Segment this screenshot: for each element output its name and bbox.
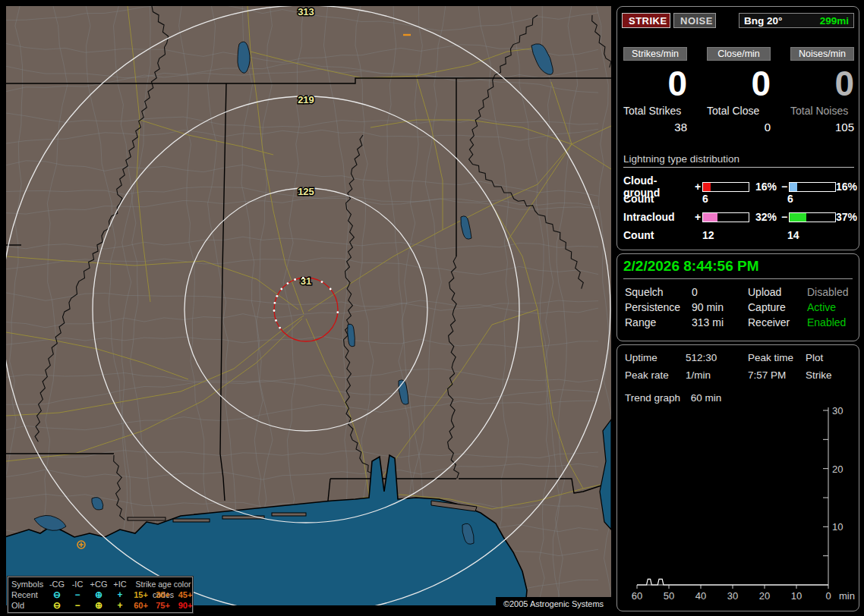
upload-status: Disabled (807, 286, 856, 298)
strikes-counter-column: Strikes/min 0 Total Strikes 38 (623, 47, 687, 134)
age-45-label: 45+ (174, 589, 197, 600)
lightning-type-distribution: Lightning type distribution Cloud-ground… (623, 153, 854, 240)
legend-old-label: Old (11, 600, 46, 611)
old-pos-cg-icon: ⊕ (87, 600, 110, 611)
ic-negative-bar (789, 212, 836, 222)
strike-stats-panel: STRIKE NOISE Bng 20° 299mi Strikes/min 0… (616, 6, 859, 250)
svg-text:30: 30 (832, 405, 843, 416)
range-label: Range (625, 316, 692, 328)
minus-sign: − (780, 181, 789, 193)
svg-text:10: 10 (791, 590, 802, 602)
svg-text:20: 20 (759, 590, 770, 602)
plus-sign: + (693, 181, 702, 193)
svg-text:min: min (839, 590, 855, 602)
age-75-label: 75+ (152, 600, 174, 611)
svg-text:40: 40 (695, 590, 706, 602)
capture-status: Active (807, 301, 856, 313)
ring-label-219: 219 (298, 94, 314, 105)
squelch-value: 0 (692, 286, 748, 298)
datetime-display: 2/2/2026 8:44:56 PM (623, 258, 853, 279)
strikes-per-min-chip: Strikes/min (623, 47, 687, 61)
old-neg-ic-icon: − (68, 600, 87, 611)
total-noises-value: 105 (790, 121, 854, 134)
ic-positive-bar (702, 212, 749, 222)
svg-text:30: 30 (727, 590, 738, 602)
noise-mode-button[interactable]: NOISE (673, 13, 716, 28)
total-close-value: 0 (707, 121, 771, 134)
cg-negative-pct: 16% (836, 181, 854, 193)
ic-positive-count: 12 (702, 229, 787, 241)
total-strikes-value: 38 (623, 121, 687, 134)
svg-text:50: 50 (664, 590, 674, 602)
persistence-label: Persistence (625, 301, 692, 313)
svg-text:10: 10 (832, 521, 843, 533)
noises-per-min-value: 0 (790, 66, 854, 96)
ic-negative-pct: 37% (836, 211, 854, 223)
total-close-label: Total Close (707, 105, 771, 117)
ic-count-label: Count (623, 229, 702, 241)
svg-text:20: 20 (832, 464, 843, 475)
close-per-min-value: 0 (707, 66, 771, 96)
plus-sign: + (693, 211, 702, 223)
bearing-value: Bng 20° (744, 15, 782, 27)
total-noises-label: Total Noises (790, 105, 854, 117)
strike-mode-button[interactable]: STRIKE (622, 13, 670, 28)
age-60-label: 60+ (130, 600, 152, 611)
trend-graph: 6050403020100min102030 (617, 345, 860, 612)
trend-panel: Uptime 512:30 Peak time Plot Peak rate 1… (616, 344, 859, 611)
cg-positive-count: 6 (702, 193, 787, 205)
receiver-status: Enabled (807, 316, 856, 328)
total-strikes-label: Total Strikes (623, 105, 687, 117)
noises-per-min-chip: Noises/min (790, 47, 854, 61)
cg-negative-bar (789, 182, 836, 192)
legend-recent-label: Recent (11, 589, 46, 600)
cg-negative-count: 6 (787, 193, 854, 205)
map-canvas: 31321912531 (6, 6, 611, 605)
recent-pos-cg-icon: ⊕ (87, 589, 110, 600)
trend-series-Strike (637, 579, 828, 585)
old-pos-ic-icon: + (110, 600, 130, 611)
minus-sign: − (780, 211, 789, 223)
cg-positive-pct: 16% (749, 181, 780, 193)
range-to-storm-value: 299mi (820, 15, 849, 27)
persistence-value: 90 min (692, 301, 748, 313)
upload-label: Upload (748, 286, 807, 298)
intracloud-label: Intracloud (623, 211, 693, 223)
lightning-tracker-window: { "map": { "rings": { "center": {"x": 39… (0, 0, 864, 616)
copyright-notice: ©2005 Astrogenic Systems (496, 597, 611, 611)
close-per-min-chip: Close/min (707, 47, 771, 61)
range-value: 313 mi (692, 316, 748, 328)
svg-text:60: 60 (632, 590, 642, 602)
ic-negative-count: 14 (787, 229, 854, 241)
recent-neg-ic-icon: − (68, 589, 87, 600)
status-panel: 2/2/2026 8:44:56 PM Squelch 0 Upload Dis… (616, 253, 859, 341)
map-legend: Symbols -CG -IC +CG +IC Strike age color… (8, 577, 193, 613)
age-15-label: 15+ (130, 589, 152, 600)
noises-counter-column: Noises/min 0 Total Noises 105 (790, 47, 854, 134)
ring-label-31: 31 (301, 275, 311, 287)
strikes-per-min-value: 0 (623, 66, 687, 96)
close-counter-column: Close/min 0 Total Close 0 (707, 47, 771, 134)
svg-text:0: 0 (825, 590, 831, 602)
age-30-label: 30+ (152, 589, 174, 600)
capture-label: Capture (748, 301, 807, 313)
receiver-label: Receiver (748, 316, 807, 328)
ring-label-313: 313 (298, 6, 314, 17)
ic-positive-pct: 32% (749, 211, 780, 223)
distribution-title: Lightning type distribution (623, 153, 854, 168)
old-neg-cg-icon: ⊖ (46, 600, 68, 611)
cg-count-label: Count (623, 193, 702, 205)
bearing-range-display: Bng 20° 299mi (739, 13, 854, 28)
cg-positive-bar (702, 182, 749, 192)
age-90-label: 90+ (174, 600, 197, 611)
recent-pos-ic-icon: + (110, 589, 130, 600)
recent-neg-cg-icon: ⊖ (46, 589, 68, 600)
squelch-label: Squelch (625, 286, 692, 298)
ring-label-125: 125 (298, 186, 314, 197)
radar-map[interactable]: 31321912531 Symbols -CG -IC +CG +IC Stri… (6, 6, 611, 605)
